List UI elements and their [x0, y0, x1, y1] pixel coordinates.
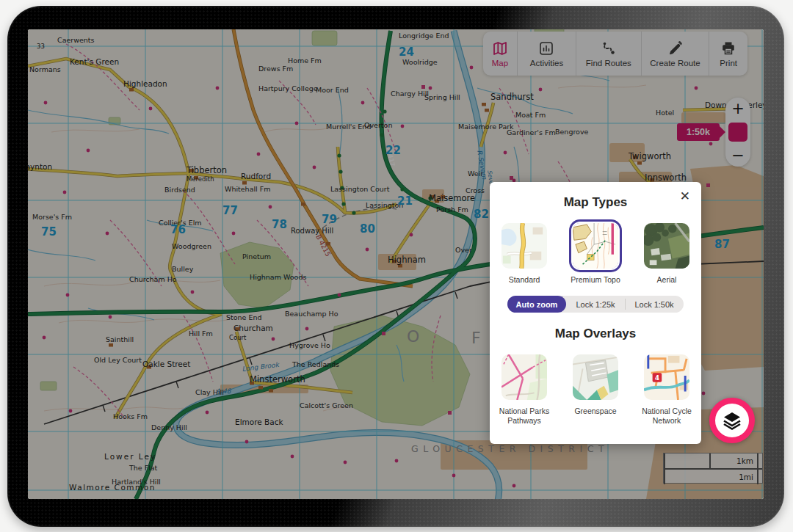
- app-screen: Caerwents33Kent's GreenNormansTayntonHig…: [28, 29, 764, 499]
- national-cycle-thumbnail-art: 4: [644, 354, 689, 400]
- standard-thumbnail-art: [501, 223, 547, 269]
- zoom-mode-lock50k[interactable]: Lock 1:50k: [625, 296, 684, 313]
- layers-button[interactable]: [709, 398, 755, 443]
- map-type-standard[interactable]: Standard: [499, 223, 550, 284]
- national-parks-thumbnail-art: [501, 354, 547, 400]
- zoom-mode-lock25k[interactable]: Lock 1:25k: [566, 296, 625, 313]
- map-type-label: Premium Topo: [564, 275, 627, 284]
- map-type-aerial[interactable]: Aerial: [641, 223, 692, 284]
- zoom-mode-auto[interactable]: Auto zoom: [507, 296, 566, 313]
- map-type-premium-topo[interactable]: Premium Topo: [570, 223, 621, 284]
- map-overlay-options: National Parks Pathways: [490, 354, 701, 425]
- close-icon[interactable]: ✕: [677, 186, 693, 205]
- overlay-label: National Parks Pathways: [493, 407, 556, 425]
- greenspace-thumbnail-art: [573, 354, 618, 400]
- aerial-thumbnail-art: [644, 223, 689, 269]
- overlay-greenspace[interactable]: Greenspace: [570, 354, 621, 425]
- map-types-modal: ✕ Map Types: [490, 182, 701, 444]
- tablet-frame: Caerwents33Kent's GreenNormansTayntonHig…: [7, 6, 784, 527]
- overlays-title: Map Overlays: [490, 327, 701, 341]
- overlay-label: Greenspace: [564, 407, 627, 415]
- overlay-national-cycle[interactable]: 4 National Cycle Network: [641, 354, 692, 425]
- overlay-label: National Cycle Network: [635, 407, 698, 425]
- map-type-options: Standard: [490, 223, 701, 284]
- premium-topo-thumbnail-art: [573, 223, 618, 269]
- map-type-label: Aerial: [635, 275, 698, 284]
- layers-icon: [721, 409, 743, 431]
- zoom-mode-control: Auto zoom Lock 1:25k Lock 1:50k: [507, 296, 684, 313]
- modal-title: Map Types: [490, 195, 701, 210]
- svg-text:4: 4: [655, 374, 659, 382]
- map-type-label: Standard: [493, 275, 556, 284]
- overlay-national-parks[interactable]: National Parks Pathways: [499, 354, 550, 425]
